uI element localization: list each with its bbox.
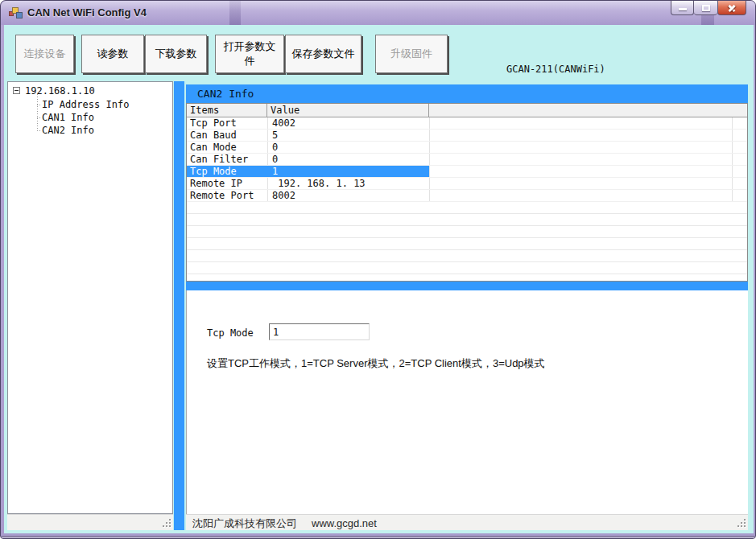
horizontal-splitter[interactable] [186,282,748,290]
cell-item[interactable]: Remote IP [187,178,267,189]
resize-grip-icon[interactable] [736,517,746,528]
company-name: 沈阳广成科技有限公司 [192,517,297,529]
cell-item[interactable]: Can Baud [187,130,267,141]
titlebar[interactable]: CAN Net WiFi Config V4 [1,1,756,25]
close-icon [727,3,737,13]
titlebar-glass-streak [229,1,241,25]
tree-node-can1-info[interactable]: CAN1 Info [42,112,94,124]
minimize-icon [679,8,687,10]
statusbar: 沈阳广成科技有限公司www.gcgd.net [186,514,748,530]
cell-value[interactable]: 8002 [267,190,429,201]
device-model: GCAN-211(CANWiFi) [506,64,623,76]
cell-value[interactable]: 5 [267,130,429,141]
table-row-can-mode[interactable]: Can Mode 0 [187,142,747,154]
column-header-items[interactable]: Items [187,104,267,117]
tree-connector-line [37,94,38,130]
app-icon [9,6,23,19]
cell-item[interactable]: Remote Port [187,190,267,201]
table-header-row: Items Value [187,104,747,117]
cell-item[interactable]: Can Filter [187,154,267,165]
table-row-tcp-mode-selected[interactable]: Tcp Mode 1 [187,166,747,178]
collapse-expander-icon[interactable] [13,87,20,94]
close-button[interactable] [717,1,746,15]
tree-root-label[interactable]: 192.168.1.10 [25,85,95,97]
table-row-tcp-port[interactable]: Tcp Port 4002 [187,117,747,130]
read-params-button[interactable]: 读参数 [81,35,144,73]
minimize-button[interactable] [671,1,694,15]
cell-value[interactable]: 0 [267,142,429,153]
panel-header: CAN2 Info [186,84,748,103]
cell-item[interactable]: Tcp Port [187,117,267,129]
tcp-mode-input[interactable] [269,323,370,340]
device-tree: 192.168.1.10 IP Address Info CAN1 Info C… [7,81,173,514]
column-header-value[interactable]: Value [267,104,429,117]
maximize-icon [702,5,710,11]
cell-value[interactable]: 0 [267,154,429,165]
save-param-file-button[interactable]: 保存参数文件 [285,35,361,73]
table-row-can-filter[interactable]: Can Filter 0 [187,154,747,166]
resize-grip-icon[interactable] [161,517,171,528]
status-text: 沈阳广成科技有限公司www.gcgd.net [192,516,377,531]
maximize-button[interactable] [694,1,717,15]
tree-node-root[interactable]: 192.168.1.10 [8,85,172,97]
editor-panel: Tcp Mode 设置TCP工作模式，1=TCP Server模式，2=TCP … [186,290,748,514]
table-row-remote-port[interactable]: Remote Port 8002 [187,190,747,202]
cell-value[interactable]: 1 [267,166,429,177]
table-row-remote-ip[interactable]: Remote IP 192. 168. 1. 13 [187,178,747,190]
window-title: CAN Net WiFi Config V4 [27,6,147,19]
app-window: CAN Net WiFi Config V4 连接设备 读参数 下载参数 打开参… [0,0,756,539]
window-controls [671,1,746,15]
cell-item[interactable]: Can Mode [187,142,267,153]
cell-value[interactable]: 4002 [267,117,429,129]
download-params-button[interactable]: 下载参数 [145,35,207,73]
connect-device-button[interactable]: 连接设备 [15,35,74,73]
parameter-table: Items Value Tcp Port 4002 Can Baud 5 Can… [186,103,748,282]
cell-value[interactable]: 192. 168. 1. 13 [267,178,429,189]
cell-item[interactable]: Tcp Mode [187,166,267,177]
tcp-mode-description: 设置TCP工作模式，1=TCP Server模式，2=TCP Client模式，… [207,356,545,371]
tree-node-can2-info[interactable]: CAN2 Info [42,125,94,137]
open-param-file-button[interactable]: 打开参数文件 [215,35,284,73]
website-link[interactable]: www.gcgd.net [312,517,377,529]
table-row-can-baud[interactable]: Can Baud 5 [187,130,747,142]
window-bottom-border [1,536,756,538]
vertical-splitter[interactable] [174,81,184,530]
tree-node-ip-address-info[interactable]: IP Address Info [42,99,129,111]
left-status-strip [7,514,173,530]
empty-grid-rows [187,202,747,281]
tcp-mode-label: Tcp Mode [207,327,254,339]
upgrade-firmware-button[interactable]: 升级固件 [375,35,448,73]
